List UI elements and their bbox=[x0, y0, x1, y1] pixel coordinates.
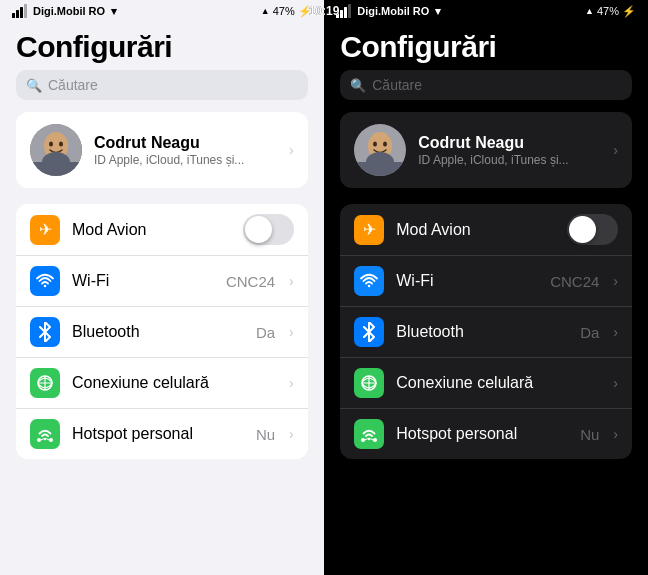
panel-dark: Digi.Mobil RO ▾ 10:19 ▲ 47% ⚡ Configurăr… bbox=[324, 0, 648, 575]
settings-row-mod-avion[interactable]: ✈ Mod Avion bbox=[16, 204, 308, 256]
profile-sub: ID Apple, iCloud, iTunes și... bbox=[94, 153, 277, 167]
settings-content: Configurări 🔍 Căutare Codrut Neagu ID Ap… bbox=[324, 22, 648, 575]
row-chevron-3: › bbox=[289, 375, 294, 391]
settings-row-conexiune-celulară[interactable]: Conexiune celulară › bbox=[16, 358, 308, 409]
settings-row-wi-fi[interactable]: Wi-Fi CNC24› bbox=[340, 256, 632, 307]
svg-point-14 bbox=[383, 142, 387, 147]
status-left: Digi.Mobil RO ▾ bbox=[336, 4, 441, 18]
page-title: Configurări bbox=[0, 22, 324, 70]
status-left: Digi.Mobil RO ▾ bbox=[12, 4, 117, 18]
toggle-0[interactable] bbox=[243, 214, 294, 245]
settings-group-network: ✈ Mod Avion Wi-Fi CNC24› Bluetooth Da› bbox=[16, 204, 308, 459]
svg-point-21 bbox=[373, 438, 377, 442]
status-bar: Digi.Mobil RO ▾ 10:19 ▲ 47% ⚡ bbox=[324, 0, 648, 22]
row-label-0: Mod Avion bbox=[396, 221, 555, 239]
carrier-label: Digi.Mobil RO bbox=[357, 5, 429, 17]
row-label-3: Conexiune celulară bbox=[72, 374, 275, 392]
settings-row-hotspot-personal[interactable]: Hotspot personal Nu› bbox=[340, 409, 632, 459]
wifi-status-icon: ▾ bbox=[111, 5, 117, 18]
row-icon-3 bbox=[354, 368, 384, 398]
row-label-4: Hotspot personal bbox=[396, 425, 568, 443]
settings-row-mod-avion[interactable]: ✈ Mod Avion bbox=[340, 204, 632, 256]
row-icon-1 bbox=[354, 266, 384, 296]
profile-sub: ID Apple, iCloud, iTunes și... bbox=[418, 153, 601, 167]
settings-content: Configurări 🔍 Căutare Codrut Neagu ID Ap… bbox=[0, 22, 324, 575]
row-icon-4 bbox=[30, 419, 60, 449]
location-icon: ▲ bbox=[585, 6, 594, 16]
row-icon-0: ✈ bbox=[30, 215, 60, 245]
svg-point-20 bbox=[361, 438, 365, 442]
search-bar[interactable]: 🔍 Căutare bbox=[340, 70, 632, 100]
svg-point-10 bbox=[49, 438, 53, 442]
profile-card[interactable]: Codrut Neagu ID Apple, iCloud, iTunes și… bbox=[16, 112, 308, 188]
row-icon-4 bbox=[354, 419, 384, 449]
search-placeholder: Căutare bbox=[48, 77, 98, 93]
avatar bbox=[354, 124, 406, 176]
panel-light: Digi.Mobil RO ▾ 10:19 ▲ 47% ⚡ Configurăr… bbox=[0, 0, 324, 575]
row-chevron-1: › bbox=[289, 273, 294, 289]
row-value-1: CNC24 bbox=[226, 273, 275, 290]
settings-row-wi-fi[interactable]: Wi-Fi CNC24› bbox=[16, 256, 308, 307]
search-icon: 🔍 bbox=[350, 78, 366, 93]
location-icon: ▲ bbox=[261, 6, 270, 16]
row-chevron-4: › bbox=[613, 426, 618, 442]
row-icon-3 bbox=[30, 368, 60, 398]
row-value-4: Nu bbox=[580, 426, 599, 443]
svg-rect-5 bbox=[30, 162, 82, 176]
row-value-2: Da bbox=[256, 324, 275, 341]
profile-chevron: › bbox=[613, 142, 618, 158]
svg-point-9 bbox=[37, 438, 41, 442]
profile-chevron: › bbox=[289, 142, 294, 158]
profile-info: Codrut Neagu ID Apple, iCloud, iTunes și… bbox=[94, 134, 277, 167]
search-icon: 🔍 bbox=[26, 78, 42, 93]
row-label-0: Mod Avion bbox=[72, 221, 231, 239]
settings-row-bluetooth[interactable]: Bluetooth Da› bbox=[16, 307, 308, 358]
row-icon-2 bbox=[354, 317, 384, 347]
row-label-2: Bluetooth bbox=[396, 323, 568, 341]
avatar bbox=[30, 124, 82, 176]
battery-percentage: 47% bbox=[597, 5, 619, 17]
row-icon-1 bbox=[30, 266, 60, 296]
row-label-2: Bluetooth bbox=[72, 323, 244, 341]
settings-row-hotspot-personal[interactable]: Hotspot personal Nu› bbox=[16, 409, 308, 459]
battery-percentage: 47% bbox=[273, 5, 295, 17]
row-chevron-2: › bbox=[289, 324, 294, 340]
page-title: Configurări bbox=[324, 22, 648, 70]
status-time: 10:19 bbox=[324, 4, 339, 18]
settings-group-network: ✈ Mod Avion Wi-Fi CNC24› Bluetooth Da› bbox=[340, 204, 632, 459]
row-icon-0: ✈ bbox=[354, 215, 384, 245]
search-bar[interactable]: 🔍 Căutare bbox=[16, 70, 308, 100]
status-bar: Digi.Mobil RO ▾ 10:19 ▲ 47% ⚡ bbox=[0, 0, 324, 22]
svg-rect-16 bbox=[354, 162, 406, 176]
row-chevron-3: › bbox=[613, 375, 618, 391]
row-label-1: Wi-Fi bbox=[72, 272, 214, 290]
settings-row-conexiune-celulară[interactable]: Conexiune celulară › bbox=[340, 358, 632, 409]
profile-name: Codrut Neagu bbox=[94, 134, 277, 152]
row-chevron-2: › bbox=[613, 324, 618, 340]
carrier-label: Digi.Mobil RO bbox=[33, 5, 105, 17]
svg-point-3 bbox=[59, 142, 63, 147]
status-right: ▲ 47% ⚡ bbox=[261, 5, 312, 18]
row-chevron-1: › bbox=[613, 273, 618, 289]
svg-point-2 bbox=[49, 142, 53, 147]
status-right: ▲ 47% ⚡ bbox=[585, 5, 636, 18]
row-label-1: Wi-Fi bbox=[396, 272, 538, 290]
row-value-2: Da bbox=[580, 324, 599, 341]
toggle-0[interactable] bbox=[567, 214, 618, 245]
row-icon-2 bbox=[30, 317, 60, 347]
settings-row-bluetooth[interactable]: Bluetooth Da› bbox=[340, 307, 632, 358]
row-value-4: Nu bbox=[256, 426, 275, 443]
wifi-status-icon: ▾ bbox=[435, 5, 441, 18]
profile-card[interactable]: Codrut Neagu ID Apple, iCloud, iTunes și… bbox=[340, 112, 632, 188]
svg-point-13 bbox=[373, 142, 377, 147]
profile-name: Codrut Neagu bbox=[418, 134, 601, 152]
search-placeholder: Căutare bbox=[372, 77, 422, 93]
row-label-4: Hotspot personal bbox=[72, 425, 244, 443]
row-value-1: CNC24 bbox=[550, 273, 599, 290]
row-label-3: Conexiune celulară bbox=[396, 374, 599, 392]
battery-icon: ⚡ bbox=[622, 5, 636, 18]
profile-info: Codrut Neagu ID Apple, iCloud, iTunes și… bbox=[418, 134, 601, 167]
row-chevron-4: › bbox=[289, 426, 294, 442]
